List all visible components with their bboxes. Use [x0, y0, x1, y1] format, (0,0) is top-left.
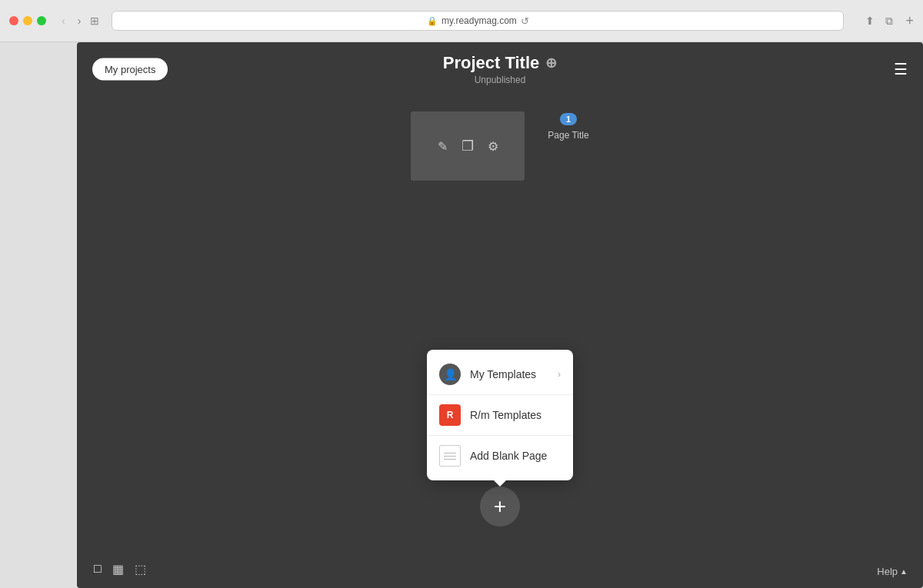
new-tab-button[interactable]: + — [905, 13, 914, 29]
grid-view-button[interactable]: ▦ — [111, 560, 125, 578]
back-button[interactable]: ‹ — [58, 13, 68, 28]
page-card: ✎ ❐ ⚙ — [411, 111, 525, 181]
page-number-badge: 1 — [560, 113, 577, 125]
add-blank-label: Add Blank Page — [470, 450, 547, 462]
help-arrow-icon: ▲ — [900, 567, 908, 576]
chevron-right-icon: › — [558, 369, 561, 380]
page-title-text: Page Title — [548, 130, 588, 141]
hamburger-menu-button[interactable]: ☰ — [894, 60, 908, 78]
page-thumbnail: ✎ ❐ ⚙ — [411, 111, 525, 181]
page-card-actions: ✎ ❐ ⚙ — [438, 138, 498, 154]
person-icon: 👤 — [444, 368, 457, 380]
rm-templates-icon: R — [439, 404, 461, 426]
project-title-row: Project Title ⊕ — [443, 53, 558, 73]
share-button[interactable]: ⬆ — [862, 13, 878, 29]
my-projects-button[interactable]: My projects — [92, 58, 168, 81]
tab-view-button[interactable]: ⊞ — [90, 15, 99, 27]
single-view-button[interactable]: □ — [92, 560, 103, 577]
page-settings-icon[interactable]: ⚙ — [488, 139, 498, 154]
rm-label: R — [447, 410, 454, 420]
project-info: Project Title ⊕ Unpublished — [443, 53, 558, 85]
browser-chrome: ‹ › ⊞ 🔒 my.readymag.com ↺ ⬆ ⧉ + — [0, 0, 923, 42]
blank-line-3 — [444, 459, 456, 460]
view-buttons: □ ▦ ⬚ — [92, 560, 148, 578]
help-label: Help — [877, 566, 898, 577]
my-templates-label: My Templates — [470, 368, 536, 380]
help-button[interactable]: Help ▲ — [877, 566, 908, 577]
top-bar: My projects Project Title ⊕ Unpublished … — [77, 42, 923, 96]
rm-templates-label: R/m Templates — [470, 409, 541, 421]
popup-menu: 👤 My Templates › R R/m Templates Add Bla… — [427, 350, 573, 480]
reload-button[interactable]: ↺ — [521, 15, 529, 27]
archive-view-button[interactable]: ⬚ — [133, 560, 148, 578]
page-label: 1 Page Title — [548, 111, 588, 141]
traffic-lights — [9, 16, 46, 25]
project-title: Project Title — [443, 53, 540, 73]
address-bar[interactable]: 🔒 my.readymag.com ↺ — [112, 11, 844, 31]
copy-page-icon[interactable]: ❐ — [462, 138, 474, 154]
settings-icon[interactable]: ⊕ — [545, 55, 557, 71]
edit-page-icon[interactable]: ✎ — [438, 139, 448, 154]
forward-button[interactable]: › — [75, 13, 85, 28]
blank-line-2 — [444, 456, 456, 457]
main-content: ✎ ❐ ⚙ 1 Page Title — [77, 96, 923, 196]
bottom-bar: □ ▦ ⬚ Help ▲ — [77, 550, 923, 588]
add-page-button[interactable]: + — [480, 487, 520, 527]
duplicate-tab-button[interactable]: ⧉ — [882, 13, 896, 29]
blank-line-1 — [444, 453, 456, 453]
project-status: Unpublished — [443, 75, 558, 85]
blank-lines — [444, 450, 456, 461]
add-blank-page-menu-item[interactable]: Add Blank Page — [427, 436, 573, 476]
close-button[interactable] — [9, 16, 18, 25]
url-text: my.readymag.com — [442, 15, 517, 26]
lock-icon: 🔒 — [427, 16, 438, 26]
my-templates-menu-item[interactable]: 👤 My Templates › — [427, 354, 573, 394]
rm-templates-menu-item[interactable]: R R/m Templates — [427, 395, 573, 435]
minimize-button[interactable] — [23, 16, 32, 25]
my-templates-icon: 👤 — [439, 364, 461, 385]
browser-actions: ⬆ ⧉ — [862, 13, 896, 29]
fullscreen-button[interactable] — [37, 16, 46, 25]
app-window: My projects Project Title ⊕ Unpublished … — [77, 42, 923, 588]
blank-page-icon — [439, 445, 461, 467]
